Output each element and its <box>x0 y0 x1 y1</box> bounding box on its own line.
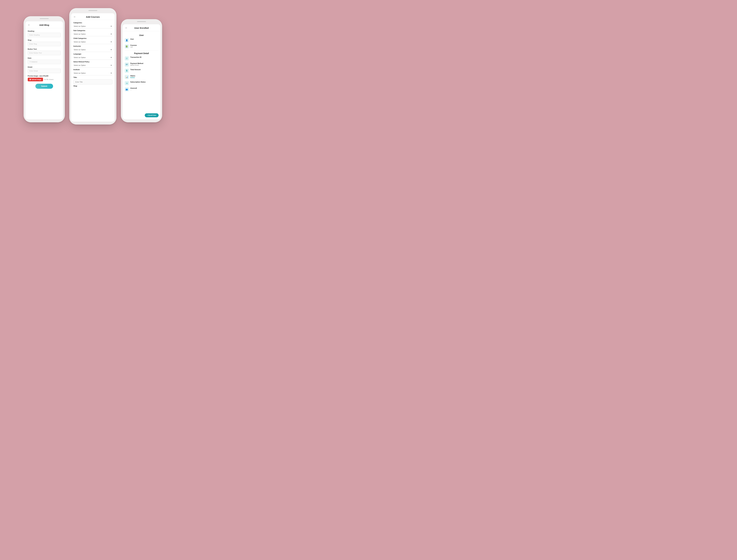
status-sub: Active <box>130 77 135 78</box>
user-info-item: 👤 User <box>125 38 158 42</box>
payment-method-text: Payment Method Admin Enroll <box>130 62 143 66</box>
refund-policy-label: Select Refund Policy <box>73 61 112 63</box>
slug-input[interactable] <box>28 42 61 46</box>
sub-categories-section: Sub Categories Select an Option ▼ <box>73 30 112 36</box>
blog-title: Add Blog <box>39 24 49 26</box>
child-categories-label: Child Categories: <box>73 37 112 39</box>
instructor-arrow-icon: ▼ <box>110 49 112 51</box>
categories-select[interactable]: Select an Option ▼ <box>73 24 112 28</box>
slug-label: Slug: <box>28 39 61 41</box>
refund-policy-arrow-icon: ▼ <box>110 64 112 66</box>
blog-header: ← Add Blog <box>25 21 63 28</box>
subscription-status-item: 🗂 Subscription Status <box>125 81 158 85</box>
blog-back-arrow[interactable]: ← <box>28 23 30 27</box>
payment-method-sub: Admin Enroll <box>130 64 143 66</box>
institute-arrow-icon: ▼ <box>110 72 112 74</box>
courses-label: Courses <box>130 44 137 46</box>
institute-section: Institute Select an Option ▼ <box>73 69 112 75</box>
heading-input[interactable] <box>28 33 61 37</box>
institute-select-text: Select an Option <box>74 72 86 74</box>
user-info-text: User <box>130 38 134 40</box>
transaction-icon: ☑ <box>125 56 129 60</box>
unenroll-label: Unenroll <box>130 87 137 89</box>
language-section: Language: Select an Option ▼ <box>73 53 112 60</box>
enroll-user-button[interactable]: + Enroll User <box>145 113 159 117</box>
date-label: Date: <box>28 57 61 59</box>
date-input[interactable] <box>28 60 61 64</box>
courses-title: Add Courses <box>86 16 100 18</box>
enrolled-header: ← User Enrolled <box>123 24 160 31</box>
subscription-icon: 🗂 <box>125 81 129 85</box>
user-icon: 👤 <box>125 38 129 42</box>
sub-categories-arrow-icon: ▼ <box>110 33 112 35</box>
status-label: Status <box>130 75 135 77</box>
refund-policy-section: Select Refund Policy Select an Option ▼ <box>73 61 112 67</box>
subscription-label: Subscription Status <box>130 81 146 83</box>
button-text-input[interactable] <box>28 51 61 55</box>
language-select-text: Select an Option <box>74 57 86 58</box>
subscription-text: Subscription Status <box>130 81 146 83</box>
phone3-inner: ← User Enrolled User 👤 User 📗 Courses <box>123 24 160 119</box>
upload-image-button[interactable]: 🖼 Upload image <box>28 78 43 81</box>
slug-group: Slug: <box>28 39 61 46</box>
no-file-text: No file chosen. <box>44 79 54 80</box>
sub-categories-label: Sub Categories <box>73 30 112 31</box>
upload-icon: 🖼 <box>29 79 31 80</box>
child-categories-select[interactable]: Select an Option ▼ <box>73 40 112 44</box>
language-arrow-icon: ▼ <box>110 57 112 58</box>
instructor-label: Instructor <box>73 45 112 47</box>
courses-info-text: Courses null <box>130 44 137 48</box>
phone-add-blog: ← Add Blog Heading: Slug: Button Text: <box>24 16 65 122</box>
phone1-inner: ← Add Blog Heading: Slug: Button Text: <box>25 21 63 119</box>
unenroll-sub: ... <box>130 89 137 91</box>
institute-select[interactable]: Select an Option ▼ <box>73 71 112 75</box>
enrolled-content: User 👤 User 📗 Courses null <box>123 31 160 119</box>
sub-categories-select-text: Select an Option <box>74 33 86 35</box>
language-select[interactable]: Select an Option ▼ <box>73 55 112 60</box>
courses-sub: null <box>130 46 137 48</box>
institute-label: Institute <box>73 69 112 70</box>
button-text-label: Button Text: <box>28 48 61 50</box>
submit-button[interactable]: Submit <box>35 84 53 89</box>
categories-section: Categories: Select an Option ▼ <box>73 22 112 28</box>
heading-group: Heading: <box>28 30 61 37</box>
status-icon: 📊 <box>125 75 129 79</box>
payment-method-label: Payment Method <box>130 62 143 64</box>
child-categories-arrow-icon: ▼ <box>110 41 112 43</box>
courses-slug-label: Slug: <box>73 85 112 87</box>
categories-arrow-icon: ▼ <box>110 25 112 27</box>
language-label: Language: <box>73 53 112 55</box>
heading-label: Heading: <box>28 30 61 32</box>
transaction-text: Transaction ID <box>130 56 142 58</box>
refund-policy-select-text: Select an Option <box>74 64 86 66</box>
status-text: Status Active <box>130 75 135 78</box>
courses-info-item: 📗 Courses null <box>125 44 158 48</box>
total-amount-label: Total Amount <box>130 69 141 70</box>
phone-add-courses: ← Add Courses Categories: Select an Opti… <box>69 8 116 125</box>
courses-back-arrow[interactable]: ← <box>73 15 76 18</box>
child-categories-select-text: Select an Option <box>74 41 86 43</box>
blog-form: Heading: Slug: Button Text: Date: Detail <box>25 28 63 119</box>
detail-input[interactable] <box>28 69 61 73</box>
total-amount-icon: $ <box>125 69 129 73</box>
unenroll-icon: 👥 <box>125 87 129 91</box>
total-amount-text: Total Amount <box>130 69 141 70</box>
payment-method-item: 🪪 Payment Method Admin Enroll <box>125 62 158 67</box>
upload-btn-label: Upload image <box>32 79 41 80</box>
courses-header: ← Add Courses <box>71 13 115 20</box>
instructor-select[interactable]: Select an Option ▼ <box>73 48 112 52</box>
button-text-group: Button Text: <box>28 48 61 55</box>
unenroll-item: 👥 Unenroll ... <box>125 87 158 91</box>
detail-group: Detail: <box>28 66 61 73</box>
sub-categories-select[interactable]: Select an Option ▼ <box>73 32 112 36</box>
total-amount-item: $ Total Amount <box>125 69 158 73</box>
date-group: Date: <box>28 57 61 64</box>
title-field-input[interactable] <box>73 79 112 84</box>
phone2-inner: ← Add Courses Categories: Select an Opti… <box>71 13 115 122</box>
refund-policy-select[interactable]: Select an Option ▼ <box>73 63 112 67</box>
payment-method-icon: 🪪 <box>125 62 129 67</box>
payment-section-heading: Payment Detail <box>125 52 158 55</box>
user-label: User <box>130 38 134 40</box>
enrolled-back-arrow[interactable]: ← <box>125 26 128 29</box>
categories-select-text: Select an Option <box>74 25 86 27</box>
